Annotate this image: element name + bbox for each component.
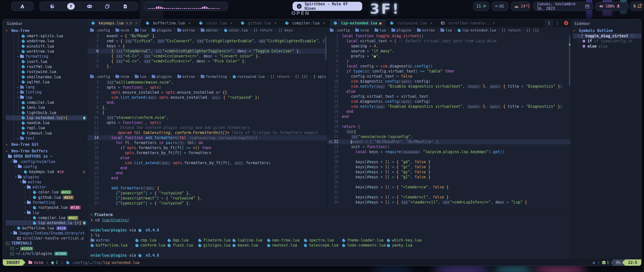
tree-item[interactable]: ▾Juegos/Indies/SteamLibrary/st: [6, 231, 87, 236]
breadcrumb-segment[interactable]: ƒ opts: [313, 75, 326, 79]
tab-github-lua[interactable]: github.lua×: [237, 19, 280, 27]
breadcrumb-segment[interactable]: {} return: [253, 28, 272, 32]
notifications-widget[interactable]: 9: [630, 2, 643, 11]
tree-item[interactable]: │ │ compiler.lua: [6, 100, 87, 105]
pane-rustywind-lua[interactable]: .config›nvim›lua›plugins›extras›formatti…: [88, 73, 327, 211]
pane-color-lua[interactable]: .config›nvim›lua›plugins›extras›editor›c…: [88, 27, 327, 73]
tree-item[interactable]: │ │ undotree.lua: [6, 39, 87, 44]
tab-keymaps-lua[interactable]: keymaps.lua⚠ 3×: [88, 19, 141, 27]
section-header-neo-tree-buffers[interactable]: ▾Neo-Tree Buffers: [6, 148, 87, 154]
breadcrumb-segment[interactable]: lsp: [440, 28, 452, 32]
close-icon[interactable]: ×: [188, 21, 191, 25]
symbol-item[interactable]: ▾ƒtoggle_diag_virtextfu: [573, 33, 641, 39]
tree-item[interactable]: │ └ rustywind.lua#726: [6, 205, 87, 210]
keyboard-layout-widget[interactable]: ⌨ US: [492, 2, 508, 11]
tree-item[interactable]: ▾formatting: [6, 200, 87, 205]
tree-item[interactable]: │ └ sqlfmt.lua: [6, 80, 87, 85]
close-icon[interactable]: ×: [274, 21, 277, 25]
tree-item[interactable]: └ scrollbar-handle-vertical.p: [6, 236, 87, 241]
tab-scrollbar-handle-[interactable]: scrollbar-handle-…×: [437, 19, 499, 27]
tree-item[interactable]: │ └ keymaps.lua#10⚠: [6, 169, 87, 174]
volume-widget[interactable]: 100%: [595, 2, 629, 11]
symbol-item[interactable]: ├ ifif type(config.vi: [573, 39, 641, 44]
breadcrumb-segment[interactable]: [] return: [270, 75, 290, 79]
scrollbar-handle[interactable]: [569, 36, 570, 86]
close-icon[interactable]: ×: [230, 21, 232, 25]
breadcrumb-segment[interactable]: nvim: [115, 75, 129, 79]
breadcrumb-segment[interactable]: color.lua: [224, 28, 248, 32]
symbols-outline-header[interactable]: Symbols Outline: [579, 28, 613, 33]
updates-widget[interactable]: 11 ⟳: [473, 2, 489, 11]
breadcrumb-segment[interactable]: editor: [201, 28, 219, 32]
workspace-vim-active[interactable]: V: [67, 3, 75, 10]
tree-item[interactable]: │ ▾lsp: [6, 95, 87, 100]
tree-item[interactable]: │ ▾formatting: [6, 54, 87, 59]
tabpage-1[interactable]: 1: [545, 19, 553, 27]
breadcrumb-segment[interactable]: lua: [135, 28, 146, 32]
tree-item[interactable]: │ │ shellharden.lua: [6, 74, 87, 79]
close-icon[interactable]: ×: [135, 21, 137, 25]
tree-item[interactable]: │ └ timeout.lua: [6, 131, 87, 136]
tree-item[interactable]: ▾extras: [6, 180, 87, 185]
tree-item[interactable]: │ │ color.lua#493: [6, 190, 87, 195]
breadcrumb-segment[interactable]: extras: [177, 75, 195, 79]
tree-item[interactable]: │ │ lsp-extended.lu[+]: [6, 115, 87, 120]
breadcrumb-segment[interactable]: extras: [417, 28, 435, 32]
tab-bufferline-lua[interactable]: bufferline.lua×: [142, 19, 194, 27]
tree-item[interactable]: │ └ worktree.lua: [6, 49, 87, 54]
scrollbar-handle[interactable]: [325, 36, 327, 60]
close-buffer-button[interactable]: ×: [564, 21, 568, 25]
tree-item[interactable]: >_~/.c/n/l/plugins#3980: [6, 251, 87, 256]
tree-item[interactable]: │ │ winshift.lua: [6, 44, 87, 49]
tree-item[interactable]: │ ▸lang: [6, 85, 87, 90]
tree-item[interactable]: ▾.config/nvim/lua: [6, 159, 87, 164]
workspace-games-icon[interactable]: [87, 3, 93, 9]
close-icon[interactable]: ×: [323, 21, 325, 25]
breadcrumb-segment[interactable]: lsp-extended.lua: [458, 28, 496, 32]
tree-item[interactable]: ▾lsp: [6, 210, 87, 215]
tree-item[interactable]: ▾config: [6, 164, 87, 169]
breadcrumb-segment[interactable]: [] return: [502, 28, 521, 32]
tree-item[interactable]: │ │ rustfmt.lua: [6, 64, 87, 69]
workspace-docs-icon[interactable]: [122, 3, 128, 9]
tree-item[interactable]: │ └ lsp-extended.lu [+]: [6, 220, 87, 225]
tree-item[interactable]: OPEN BUFFERS in ~: [6, 154, 87, 159]
tree-item[interactable]: ▾editor: [6, 185, 87, 190]
breadcrumb-segment[interactable]: .config: [90, 75, 110, 79]
tab-compiler-lua[interactable]: compiler.lua×: [281, 19, 329, 27]
tab-color-lua[interactable]: color.lua×: [195, 19, 236, 27]
breadcrumb-segment[interactable]: plugins: [152, 28, 172, 32]
breadcrumb-segment[interactable]: plugins: [152, 75, 172, 79]
breadcrumb-segment[interactable]: {} [1]: [526, 28, 539, 32]
tree-item[interactable]: │ │ rustywind.lua: [6, 69, 87, 74]
breadcrumb-segment[interactable]: extras: [177, 28, 195, 32]
floaterm-panel[interactable]: ▾ Floaterm ❯ cd lua/plugins/nvim/lua/plu…: [88, 211, 571, 260]
tree-item[interactable]: │ │ smart-splits.lua: [6, 33, 87, 39]
pane-lsp-extended-lua[interactable]: .config›nvim›lua›plugins›extras›lsp›lsp-…: [327, 27, 571, 211]
section-header-neo-tree-git[interactable]: ▸Neo-Tree Git: [6, 142, 87, 147]
tree-item[interactable]: │ ▸test: [6, 136, 87, 141]
workspace-windows-icon[interactable]: [104, 3, 110, 9]
tree-item[interactable]: │ │ lens.lua: [6, 105, 87, 110]
tree-item[interactable]: │ │ isort.lua: [6, 59, 87, 64]
tree-item[interactable]: │ └ github.lua#654: [6, 195, 87, 200]
weather-widget[interactable]: 24°C: [511, 2, 531, 11]
tree-item[interactable]: │ ▸linting: [6, 90, 87, 95]
breadcrumb-segment[interactable]: plugins: [391, 28, 411, 32]
section-header-neo-tree[interactable]: ▾Neo-Tree: [6, 28, 87, 33]
breadcrumb-segment[interactable]: lua: [135, 75, 146, 79]
symbol-item[interactable]: └ elseelse: [573, 44, 641, 49]
date-widget[interactable]: jueves, noviembre 16, 2023: [533, 2, 593, 11]
tab-rustywind-lua[interactable]: rustywind.lua×: [386, 19, 436, 27]
launcher-button[interactable]: [11, 2, 33, 11]
breadcrumb-segment[interactable]: [] keys: [278, 28, 293, 32]
tree-item[interactable]: >_TERMINALS: [6, 241, 87, 246]
tree-item[interactable]: │ │ compiler.lua#682: [6, 215, 87, 220]
tree-item[interactable]: │ │ repl.lua: [6, 125, 87, 130]
tree-item[interactable]: >_~#2859: [6, 246, 87, 251]
breadcrumb-segment[interactable]: nvim: [115, 28, 129, 32]
breadcrumb-segment[interactable]: formatting: [201, 75, 227, 79]
close-icon[interactable]: ×: [493, 21, 495, 25]
tree-item[interactable]: │ │ lightbulb.lua: [6, 110, 87, 115]
tree-item[interactable]: ▾plugins: [6, 174, 87, 179]
